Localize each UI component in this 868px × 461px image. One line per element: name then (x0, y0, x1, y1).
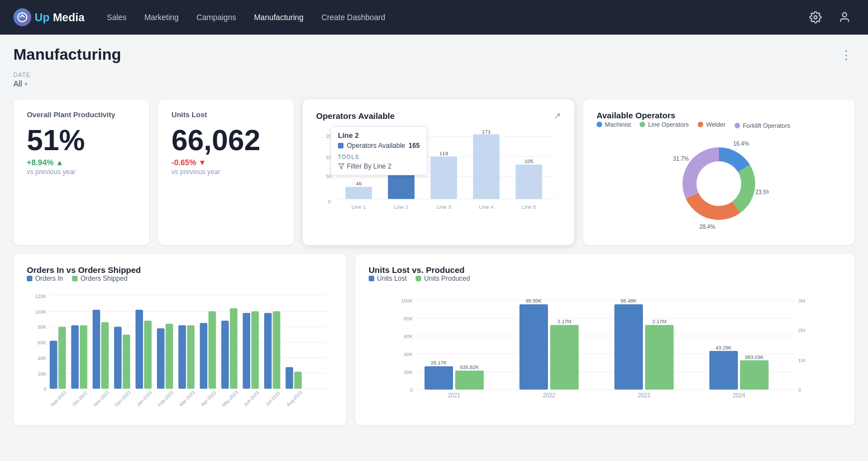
svg-rect-102 (519, 304, 548, 390)
svg-text:0: 0 (44, 386, 46, 392)
overall-productivity-value: 51% (27, 126, 136, 155)
svg-text:Feb-2023: Feb-2023 (156, 390, 174, 407)
svg-rect-99 (455, 371, 484, 390)
tooltip-legend-value: 165 (409, 142, 420, 150)
legend-units-produced: Units Produced (416, 275, 470, 282)
page-title: Manufacturing (13, 46, 121, 64)
svg-rect-21 (473, 134, 500, 199)
nav-marketing[interactable]: Marketing (144, 13, 178, 22)
units-produced-legend-label: Units Produced (424, 275, 470, 282)
svg-marker-3 (338, 164, 344, 169)
legend-machinist: Machinist (597, 120, 631, 129)
svg-text:Nov-2022: Nov-2022 (92, 390, 111, 408)
svg-rect-104 (550, 325, 579, 390)
nav-campaigns[interactable]: Campaigns (197, 13, 236, 22)
navbar: UpMedia Sales Marketing Campaigns Manufa… (0, 0, 868, 35)
legend-line-operators: Line Operators (640, 120, 689, 129)
svg-text:100K: 100K (401, 298, 413, 304)
units-lost-change: -0.65% ▼ (171, 158, 280, 167)
svg-text:26.17K: 26.17K (431, 360, 447, 366)
units-bar-chart: 100K80K60K40K20K03M2M1M026.17K635.82K202… (369, 289, 841, 412)
svg-rect-112 (709, 351, 738, 390)
svg-rect-66 (200, 323, 207, 389)
legend-forklift: Forklift Operators (735, 122, 790, 129)
operators-available-card: Operators Available ↗ Line 2 Operators A… (303, 99, 574, 245)
filter-by-line2-button[interactable]: Filter By Line 2 (338, 162, 392, 170)
svg-text:Jan-2023: Jan-2023 (135, 390, 153, 407)
svg-rect-51 (93, 310, 100, 388)
svg-text:28.4%: 28.4% (699, 224, 715, 230)
svg-point-0 (18, 13, 27, 22)
units-chart-card: Units Lost vs. Produced Units Lost Units… (355, 254, 855, 425)
overall-productivity-title: Overall Plant Productivity (27, 111, 136, 119)
svg-text:60K: 60K (404, 334, 413, 339)
date-filter-label: Date (13, 71, 31, 78)
svg-text:20K: 20K (404, 369, 413, 375)
units-chart-title: Units Lost vs. Produced (369, 265, 841, 275)
svg-rect-12 (345, 187, 372, 199)
svg-text:Mar-2023: Mar-2023 (178, 390, 196, 407)
svg-rect-97 (425, 366, 453, 390)
legend-welder: Welder (698, 120, 726, 129)
svg-rect-60 (157, 328, 164, 388)
svg-rect-63 (178, 325, 185, 389)
svg-text:Line 4: Line 4 (479, 204, 494, 210)
svg-text:635.82K: 635.82K (460, 364, 479, 370)
top-cards-row: Overall Plant Productivity 51% +8.94% ▲ … (13, 99, 855, 245)
nav-manufacturing[interactable]: Manufacturing (254, 13, 304, 22)
svg-rect-24 (516, 165, 542, 199)
units-lost-value: 66,062 (171, 126, 280, 155)
legend-units-lost: Units Lost (369, 275, 407, 282)
svg-text:Aug-2023: Aug-2023 (285, 390, 304, 408)
orders-legend: Orders In Orders Shipped (27, 275, 333, 282)
svg-rect-67 (208, 311, 216, 389)
logo[interactable]: UpMedia (13, 8, 84, 26)
nav-sales[interactable]: Sales (107, 13, 126, 22)
svg-text:2024: 2024 (733, 392, 746, 398)
svg-rect-79 (294, 372, 302, 388)
nav-create-dashboard[interactable]: Create Dashboard (321, 13, 385, 22)
forklift-label: Forklift Operators (743, 122, 790, 129)
expand-button[interactable]: ↗ (554, 111, 561, 121)
orders-in-label: Orders In (35, 275, 63, 282)
units-lost-sub: vs previous year (171, 168, 280, 176)
date-filter-select[interactable]: All ▾ (13, 79, 27, 88)
svg-rect-73 (251, 311, 259, 389)
svg-text:May-2023: May-2023 (221, 389, 239, 407)
svg-rect-49 (80, 325, 87, 389)
svg-text:0: 0 (328, 198, 331, 204)
tooltip-legend-label: Operators Available (347, 142, 406, 150)
svg-text:120K: 120K (35, 294, 47, 299)
orders-shipped-label: Orders Shipped (80, 275, 127, 282)
units-lost-title: Units Lost (171, 111, 280, 119)
settings-button[interactable] (805, 7, 826, 27)
svg-text:Line 5: Line 5 (522, 204, 536, 210)
svg-text:2M: 2M (798, 328, 805, 333)
logo-icon (13, 8, 31, 26)
svg-rect-57 (136, 310, 143, 388)
svg-text:1M: 1M (798, 358, 805, 363)
svg-text:105: 105 (524, 158, 533, 164)
line-operators-dot (640, 122, 645, 127)
machinist-label: Machinist (605, 121, 631, 128)
svg-rect-61 (165, 324, 173, 388)
svg-text:80K: 80K (38, 325, 47, 330)
svg-text:0: 0 (798, 387, 801, 393)
svg-text:118: 118 (440, 150, 449, 156)
svg-point-2 (842, 13, 846, 17)
welder-label: Welder (706, 121, 726, 128)
svg-text:2021: 2021 (448, 392, 461, 398)
user-button[interactable] (834, 7, 855, 27)
units-lost-dot (369, 276, 374, 281)
svg-rect-109 (645, 325, 674, 390)
page-menu-button[interactable]: ⋮ (838, 46, 855, 65)
overall-productivity-sub: vs previous year (27, 168, 136, 176)
svg-text:Line 1: Line 1 (351, 204, 366, 210)
svg-text:31.7%: 31.7% (673, 156, 689, 162)
svg-text:40K: 40K (38, 356, 47, 361)
svg-rect-54 (114, 327, 121, 389)
svg-text:171: 171 (482, 128, 491, 135)
svg-text:40K: 40K (404, 352, 413, 357)
svg-text:Apr-2023: Apr-2023 (200, 390, 217, 407)
svg-rect-45 (50, 341, 57, 389)
